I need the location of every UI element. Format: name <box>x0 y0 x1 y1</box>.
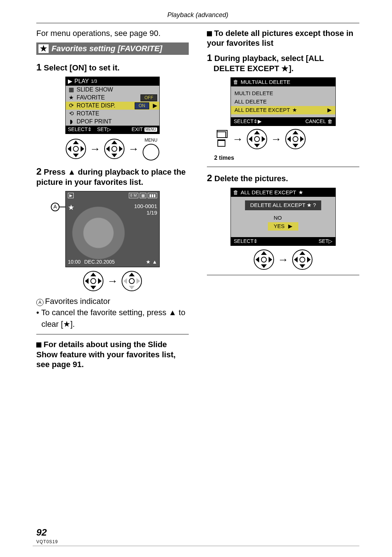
lcd-all-delete-except: 🗑 ALL DELETE EXCEPT ★ DELETE ALL EXCEPT … <box>230 188 336 246</box>
row-label: SLIDE SHOW <box>77 86 113 93</box>
star-icon: ★ <box>68 94 74 101</box>
note-bullet-1a: • To cancel the favorite setting, press … <box>36 308 189 318</box>
note-bullet-1b: clear [★]. <box>36 319 189 329</box>
divider <box>207 275 359 275</box>
footer-cancel: CANCEL 🗑 <box>305 118 332 125</box>
lcd3-title: ALL DELETE EXCEPT <box>241 189 296 196</box>
dpad-flow-3: → → <box>214 129 359 149</box>
dpad-flow-4: → <box>207 249 359 270</box>
dpad-icon <box>247 129 267 149</box>
arrow-right-icon: → <box>278 253 289 267</box>
menu-button-icon <box>143 144 159 160</box>
slideshow-icon: ▦ <box>68 86 74 93</box>
dpad-flow-2: → <box>36 271 189 291</box>
chevron-right-icon: ▶ <box>288 223 293 230</box>
divider <box>207 167 359 167</box>
footer-exit: EXIT MENU <box>131 126 157 133</box>
lcd-play-menu: ▶ PLAY 1/3 ▦ SLIDE SHOW ★ FAVORITE OFF ⟳… <box>65 77 160 134</box>
arrow-right-icon: → <box>271 132 282 146</box>
opt-all-delete: ALL DELETE <box>231 98 335 106</box>
right-step-2: 2 Delete the pictures. <box>207 172 359 184</box>
page-number: 92 <box>36 526 47 538</box>
rotate-disp-value: ON <box>135 102 149 109</box>
favorite-star-indicator: ★ <box>68 203 74 212</box>
footer-select: SELECT⇕ <box>234 238 258 245</box>
dpad-icon <box>104 139 124 159</box>
star-icon: ★ <box>38 44 49 53</box>
image-count: 1/19 <box>134 210 157 216</box>
size-badge: 8 M <box>129 193 138 199</box>
star-icon: ★ <box>298 189 303 196</box>
opt-all-delete-except: ALL DELETE EXCEPT ★ ▶ <box>231 106 335 114</box>
notes-block: AFavorites indicator • To cancel the fav… <box>36 296 189 329</box>
favorite-value: OFF <box>140 94 157 101</box>
lcd-title: PLAY <box>74 78 89 85</box>
footer-set: SET▷ <box>97 126 111 133</box>
rotate-icon: ⟲ <box>68 110 74 117</box>
row-label: ROTATE <box>77 110 99 117</box>
arrow-right-icon: → <box>90 142 101 156</box>
menu-row-slideshow: ▦ SLIDE SHOW <box>66 86 159 94</box>
step-number: 2 <box>36 166 41 177</box>
callout-a-badge: A <box>51 203 60 211</box>
right-subhead-top: To delete all pictures except those in y… <box>207 28 359 48</box>
header-rule <box>36 23 359 23</box>
step-number: 2 <box>207 172 212 183</box>
arrow-right-icon: → <box>128 142 139 156</box>
page-indicator: 1/3 <box>91 79 97 84</box>
multi-trash-icon <box>214 131 229 147</box>
step-text-b: DELETE EXCEPT ★]. <box>213 64 293 73</box>
step-text: Select [ON] to set it. <box>44 63 120 72</box>
step-number: 1 <box>36 62 41 73</box>
step-text-a: During playback, select [ALL <box>215 54 324 63</box>
breadcrumb: Playback (advanced) <box>36 11 359 19</box>
trash-icon: 🗑 <box>233 189 238 196</box>
star-icon: ★ <box>292 107 297 114</box>
divider <box>36 334 189 334</box>
arrow-right-icon: → <box>232 132 243 146</box>
play-icon: ▶ <box>68 78 72 85</box>
dpad-icon <box>292 249 313 270</box>
quality-icon: ▦ <box>140 193 146 199</box>
chevron-right-icon: ▶ <box>153 102 157 109</box>
rotate-disp-icon: ⟳ <box>68 102 74 109</box>
star-icon: ★ <box>146 259 151 265</box>
play-mode-icon: ▶ <box>68 193 74 199</box>
left-subhead: For details about using the Slide Show f… <box>36 340 189 370</box>
square-bullet-icon <box>207 31 212 36</box>
intro-text: For menu operations, see page 90. <box>36 28 189 38</box>
dpad-flow-1: → → MENU <box>36 138 189 160</box>
doc-code: VQT0S19 <box>36 539 58 545</box>
section-title: Favorites setting [FAVORITE] <box>52 44 162 54</box>
arrow-right-icon: → <box>107 274 118 288</box>
up-triangle-icon: ▲ <box>152 259 157 265</box>
opt-yes: YES ▶ <box>268 222 298 231</box>
trash-icon: 🗑 <box>233 79 238 86</box>
row-label: DPOF PRINT <box>77 118 112 125</box>
left-step-1: 1 Select [ON] to set it. <box>36 61 189 73</box>
lcd-multi-all-delete: 🗑 MULTI/ALL DELETE MULTI DELETE ALL DELE… <box>230 77 336 126</box>
favorites-indicator-label: Favorites indicator <box>45 297 110 306</box>
menu-row-dpof: ◗ DPOF PRINT <box>66 118 159 126</box>
footer-set: SET▷ <box>319 238 332 245</box>
menu-row-rotate: ⟲ ROTATE <box>66 110 159 118</box>
playback-photo: ▶ 8 M ▦ ▮▮▮ ★ 100-0001 1/19 10:00 DEC.20… <box>65 191 160 267</box>
step-text: Press ▲ during playback to place the pic… <box>36 167 186 187</box>
footer-select: SELECT⇕▶ <box>234 118 262 125</box>
dpad-icon <box>83 271 103 291</box>
lcd2-title: MULTI/ALL DELETE <box>241 79 290 86</box>
dpad-icon <box>254 249 274 270</box>
menu-caption: MENU <box>144 138 157 143</box>
footer-rule <box>33 546 359 546</box>
step-number: 1 <box>207 52 212 63</box>
step-text: Delete the pictures. <box>215 174 288 183</box>
menu-row-rotate-disp: ⟳ ROTATE DISP. ON ▶ <box>66 102 159 110</box>
dpad-icon <box>66 139 86 159</box>
date: DEC.20.2005 <box>84 259 115 265</box>
footer-select: SELECT⇕ <box>68 126 92 133</box>
confirm-question: DELETE ALL EXCEPT ★ ? <box>245 200 321 210</box>
opt-no: NO <box>268 214 298 222</box>
row-label: ROTATE DISP. <box>77 102 115 109</box>
left-step-2: 2 Press ▲ during playback to place the p… <box>36 166 189 187</box>
chevron-right-icon: ▶ <box>327 107 332 114</box>
